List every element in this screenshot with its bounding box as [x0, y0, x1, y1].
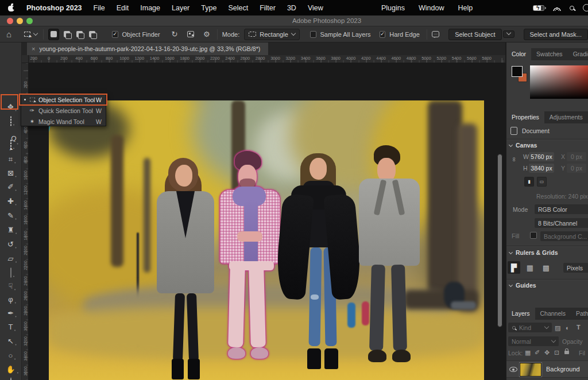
menu-item-help[interactable]: Help [458, 4, 473, 12]
object-selection-tool[interactable]: ➤ [10, 141, 11, 149]
ruler-units-dropdown[interactable]: Pixels [563, 263, 588, 273]
feedback-icon[interactable]: ⋯ [432, 31, 439, 37]
tab-paths[interactable]: Paths [571, 308, 588, 320]
menu-item-file[interactable]: File [94, 4, 105, 12]
filter-image-layers-icon[interactable]: ▨ [555, 325, 560, 331]
tab-properties[interactable]: Properties [506, 111, 544, 123]
landscape-orientation-button[interactable]: ▭ [537, 177, 547, 187]
menu-item-view[interactable]: View [308, 4, 323, 12]
dodge-tool[interactable]: φ [8, 296, 13, 303]
vertical-scrollbar[interactable] [497, 154, 502, 327]
tab-gradients[interactable]: Gradients [568, 48, 588, 60]
lock-transparency-icon[interactable]: ▦ [525, 350, 531, 356]
history-brush-tool[interactable]: ↺ [7, 241, 14, 248]
layer-filter-kind-dropdown[interactable]: Kind [508, 323, 552, 332]
zoom-window-button[interactable] [26, 18, 33, 24]
intersect-selection-mode-button[interactable] [87, 29, 98, 40]
gear-icon[interactable]: ⚙ [203, 30, 210, 38]
tab-color[interactable]: Color [506, 48, 531, 60]
hand-tool[interactable]: ✋ [6, 366, 15, 373]
hard-edge-checkbox[interactable]: ✓ [380, 31, 386, 38]
menu-item-edit[interactable]: Edit [117, 4, 129, 12]
frame-tool[interactable]: ⊠ [7, 169, 14, 177]
spotlight-search-icon[interactable] [570, 6, 574, 10]
menu-item-plugins[interactable]: Plugins [381, 4, 405, 12]
document-canvas[interactable] [49, 100, 484, 380]
refresh-icon[interactable]: ↻ [172, 30, 178, 38]
tab-swatches[interactable]: Swatches [531, 48, 568, 60]
brush-tool[interactable]: ✎ [7, 212, 14, 219]
layer-thumbnail[interactable] [520, 363, 541, 377]
flyout-item-quick-selection-tool[interactable]: ✑Quick Selection ToolW [21, 105, 106, 116]
rectangular-marquee-tool[interactable] [10, 118, 11, 125]
home-icon[interactable]: ⌂ [6, 30, 11, 38]
color-picker-field[interactable] [530, 65, 588, 99]
clone-stamp-tool[interactable]: ♜ [7, 226, 14, 234]
new-selection-mode-button[interactable] [48, 29, 59, 40]
select-subject-dropdown-button[interactable] [503, 30, 514, 38]
filter-adjustment-layers-icon[interactable]: ◐ [566, 325, 570, 331]
battery-charging-icon[interactable]: ϟ [533, 5, 544, 11]
eraser-tool[interactable]: ▱ [8, 255, 14, 262]
lock-paint-icon[interactable]: ✐ [535, 350, 540, 356]
foreground-color-swatch[interactable] [512, 66, 523, 77]
crop-tool[interactable]: ⌗ [9, 156, 13, 163]
close-window-button[interactable] [7, 18, 13, 24]
x-field[interactable]: 0 px [567, 152, 586, 161]
move-tool[interactable]: ✥ [7, 103, 14, 111]
fill-dropdown[interactable]: Background C... [540, 231, 588, 241]
show-all-objects-icon[interactable] [187, 31, 194, 37]
minimize-window-button[interactable] [17, 18, 23, 24]
shape-tool[interactable]: ○ [9, 352, 13, 359]
rulers-grids-section-header[interactable]: Rulers & Grids [509, 249, 558, 256]
canvas-section-header[interactable]: Canvas [509, 142, 537, 149]
tab-channels[interactable]: Channels [535, 308, 571, 320]
eyedropper-tool[interactable]: ✐ [7, 183, 14, 191]
lock-position-icon[interactable]: ✥ [544, 350, 550, 356]
bit-depth-dropdown[interactable]: 8 Bits/Channel [535, 218, 588, 228]
menu-item-window[interactable]: Window [419, 4, 444, 12]
blend-mode-dropdown[interactable]: Normal [508, 336, 559, 346]
color-mode-dropdown[interactable]: RGB Color [535, 204, 588, 214]
toggle-grid-button[interactable]: ▦ [524, 261, 536, 274]
flyout-item-magic-wand-tool[interactable]: ✶Magic Wand ToolW [21, 116, 106, 127]
type-tool[interactable]: T [9, 323, 13, 331]
mode-dropdown[interactable]: Rectangle [244, 29, 300, 40]
height-field[interactable]: 3840 px [529, 164, 554, 173]
tab-layers[interactable]: Layers [506, 308, 535, 320]
path-selection-tool[interactable]: ↖ [7, 338, 14, 345]
link-dimensions-icon[interactable]: ∞ [511, 157, 518, 162]
pen-tool[interactable]: ✒ [7, 309, 14, 317]
gradient-tool[interactable] [10, 269, 11, 277]
guides-section-header[interactable]: Guides [509, 282, 536, 289]
layer-row-background[interactable]: Background [506, 360, 588, 378]
add-to-selection-mode-button[interactable] [61, 29, 72, 40]
subtract-from-selection-mode-button[interactable] [74, 29, 85, 40]
select-subject-button[interactable]: Select Subject [448, 29, 501, 40]
control-center-icon[interactable] [583, 4, 588, 11]
menu-item-select[interactable]: Select [228, 4, 248, 12]
width-field[interactable]: 5760 px [529, 152, 554, 161]
wifi-icon[interactable] [553, 5, 561, 11]
document-tab[interactable]: × young-people-in-the-autumn-park-2022-0… [27, 42, 268, 55]
menu-item-type[interactable]: Type [201, 4, 216, 12]
healing-brush-tool[interactable]: ✚ [7, 197, 14, 205]
document-label[interactable]: Document [522, 127, 550, 134]
lock-all-icon[interactable] [564, 351, 569, 354]
lock-artboard-icon[interactable]: ⊡ [554, 350, 559, 356]
layer-visibility-eye-icon[interactable] [509, 367, 517, 372]
toggle-pixel-grid-button[interactable]: ▩ [540, 261, 552, 274]
sample-all-layers-checkbox[interactable]: ✓ [310, 31, 316, 38]
object-finder-checkbox[interactable]: ✓ [112, 31, 118, 38]
flyout-item-object-selection-tool[interactable]: ➤Object Selection ToolW [21, 94, 106, 105]
y-field[interactable]: 0 px [567, 164, 586, 173]
select-and-mask-button[interactable]: Select and Mask... [524, 29, 588, 40]
menu-item-image[interactable]: Image [140, 4, 160, 12]
fill-checkbox[interactable] [530, 232, 537, 239]
smudge-tool[interactable]: ☟ [9, 282, 13, 290]
current-tool-preview[interactable]: ➤ [24, 32, 37, 37]
close-tab-icon[interactable]: × [32, 45, 35, 52]
tab-adjustments[interactable]: Adjustments [544, 111, 588, 123]
menu-item-3d[interactable]: 3D [287, 4, 296, 12]
portrait-orientation-button[interactable]: ▮ [524, 177, 534, 187]
